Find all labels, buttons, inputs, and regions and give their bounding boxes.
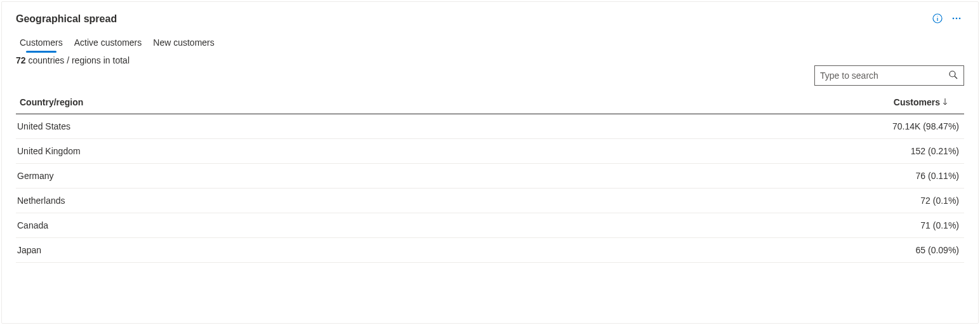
cell-country: Japan	[17, 245, 41, 255]
cell-country: Canada	[17, 220, 48, 230]
cell-value: 76 (0.11%)	[916, 171, 963, 181]
tabs: Customers Active customers New customers	[16, 37, 964, 51]
table-row[interactable]: Japan 65 (0.09%)	[16, 238, 964, 263]
cell-value: 152 (0.21%)	[911, 146, 963, 156]
table-row[interactable]: Germany 76 (0.11%)	[16, 164, 964, 189]
page-title: Geographical spread	[16, 13, 117, 25]
total-count: 72	[16, 55, 26, 65]
search-input[interactable]	[820, 70, 948, 81]
cell-value: 72 (0.1%)	[920, 196, 963, 206]
cell-country: United Kingdom	[17, 146, 81, 156]
tab-new-customers[interactable]: New customers	[153, 37, 214, 51]
search-box[interactable]	[814, 65, 964, 86]
table-row[interactable]: Netherlands 72 (0.1%)	[16, 189, 964, 213]
cell-country: Germany	[17, 171, 54, 181]
table: Country/region Customers United States 7…	[16, 91, 964, 278]
cell-value: 71 (0.1%)	[920, 220, 963, 230]
search-icon[interactable]	[948, 70, 958, 82]
card-header: Geographical spread	[16, 13, 964, 25]
svg-point-6	[950, 71, 955, 77]
header-actions	[932, 13, 964, 23]
table-row[interactable]: Canada 71 (0.1%)	[16, 213, 964, 238]
cell-value: 65 (0.09%)	[916, 245, 963, 255]
cell-country: Netherlands	[17, 196, 65, 206]
summary-line: 72 countries / regions in total	[16, 55, 964, 65]
cell-value: 70.14K (98.47%)	[892, 121, 963, 131]
summary-suffix: countries / regions in total	[26, 55, 129, 65]
table-row[interactable]: United States 70.14K (98.47%)	[16, 114, 964, 139]
column-header-customers[interactable]: Customers	[894, 97, 960, 107]
svg-point-3	[953, 18, 955, 20]
table-header-row: Country/region Customers	[16, 91, 964, 114]
column-header-country[interactable]: Country/region	[20, 97, 83, 107]
tab-customers[interactable]: Customers	[20, 37, 63, 51]
geographical-spread-card: Geographical spread Customers Active cus…	[1, 1, 979, 324]
cell-country: United States	[17, 121, 70, 131]
tab-active-customers[interactable]: Active customers	[74, 37, 142, 51]
svg-point-5	[959, 18, 961, 20]
table-row[interactable]: United Kingdom 152 (0.21%)	[16, 139, 964, 164]
svg-point-4	[956, 18, 958, 20]
svg-point-2	[937, 16, 937, 17]
svg-line-7	[955, 76, 957, 79]
info-icon[interactable]	[932, 13, 943, 23]
column-header-customers-label: Customers	[894, 97, 940, 107]
more-icon[interactable]	[951, 13, 962, 23]
table-body[interactable]: United States 70.14K (98.47%) United Kin…	[16, 114, 964, 278]
search-row	[16, 65, 964, 86]
arrow-down-icon	[941, 97, 949, 107]
